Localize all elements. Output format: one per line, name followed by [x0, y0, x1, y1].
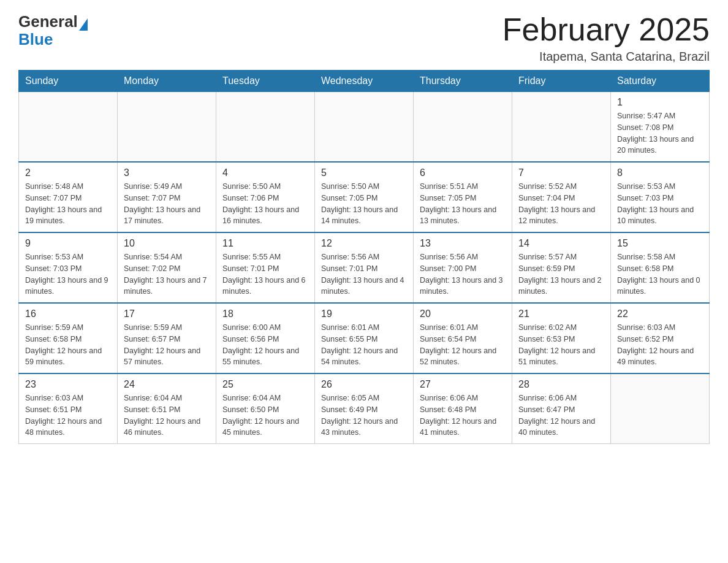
day-info: Sunrise: 5:53 AM Sunset: 7:03 PM Dayligh…	[617, 181, 703, 227]
day-info: Sunrise: 6:01 AM Sunset: 6:55 PM Dayligh…	[321, 322, 407, 368]
day-info: Sunrise: 6:06 AM Sunset: 6:48 PM Dayligh…	[420, 393, 506, 439]
day-info: Sunrise: 5:56 AM Sunset: 7:00 PM Dayligh…	[420, 251, 506, 297]
calendar-week-row: 1Sunrise: 5:47 AM Sunset: 7:08 PM Daylig…	[19, 92, 710, 163]
page-header: General Blue February 2025 Itapema, Sant…	[18, 12, 710, 64]
location-text: Itapema, Santa Catarina, Brazil	[502, 50, 710, 64]
table-row	[118, 92, 216, 163]
day-info: Sunrise: 6:04 AM Sunset: 6:50 PM Dayligh…	[222, 393, 308, 439]
day-number: 18	[222, 308, 308, 320]
day-number: 26	[321, 379, 407, 390]
day-info: Sunrise: 6:03 AM Sunset: 6:52 PM Dayligh…	[617, 322, 703, 368]
day-info: Sunrise: 5:55 AM Sunset: 7:01 PM Dayligh…	[222, 251, 308, 297]
day-info: Sunrise: 5:59 AM Sunset: 6:57 PM Dayligh…	[124, 322, 210, 368]
day-number: 27	[420, 379, 506, 390]
day-number: 22	[617, 308, 703, 320]
header-tuesday: Tuesday	[216, 71, 315, 92]
logo-triangle-icon	[79, 18, 88, 31]
table-row: 1Sunrise: 5:47 AM Sunset: 7:08 PM Daylig…	[611, 92, 710, 163]
table-row: 19Sunrise: 6:01 AM Sunset: 6:55 PM Dayli…	[315, 303, 414, 373]
day-info: Sunrise: 5:50 AM Sunset: 7:06 PM Dayligh…	[222, 181, 308, 227]
day-number: 12	[321, 238, 407, 249]
table-row	[414, 92, 512, 163]
day-number: 7	[518, 167, 604, 178]
month-title: February 2025	[502, 12, 710, 47]
day-info: Sunrise: 5:57 AM Sunset: 6:59 PM Dayligh…	[518, 251, 604, 297]
day-info: Sunrise: 5:59 AM Sunset: 6:58 PM Dayligh…	[25, 322, 111, 368]
day-number: 28	[518, 379, 604, 390]
table-row	[19, 92, 118, 163]
table-row: 22Sunrise: 6:03 AM Sunset: 6:52 PM Dayli…	[611, 303, 710, 373]
table-row: 12Sunrise: 5:56 AM Sunset: 7:01 PM Dayli…	[315, 232, 414, 303]
day-number: 16	[25, 308, 111, 320]
day-number: 13	[420, 238, 506, 249]
table-row: 9Sunrise: 5:53 AM Sunset: 7:03 PM Daylig…	[19, 232, 118, 303]
table-row: 28Sunrise: 6:06 AM Sunset: 6:47 PM Dayli…	[512, 373, 611, 444]
table-row: 25Sunrise: 6:04 AM Sunset: 6:50 PM Dayli…	[216, 373, 315, 444]
calendar-week-row: 9Sunrise: 5:53 AM Sunset: 7:03 PM Daylig…	[19, 232, 710, 303]
table-row: 11Sunrise: 5:55 AM Sunset: 7:01 PM Dayli…	[216, 232, 315, 303]
day-info: Sunrise: 5:53 AM Sunset: 7:03 PM Dayligh…	[25, 251, 111, 297]
calendar-week-row: 16Sunrise: 5:59 AM Sunset: 6:58 PM Dayli…	[19, 303, 710, 373]
table-row: 14Sunrise: 5:57 AM Sunset: 6:59 PM Dayli…	[512, 232, 611, 303]
calendar-table: Sunday Monday Tuesday Wednesday Thursday…	[18, 70, 710, 444]
weekday-header-row: Sunday Monday Tuesday Wednesday Thursday…	[19, 71, 710, 92]
logo-blue-text: Blue	[18, 30, 88, 49]
day-info: Sunrise: 6:00 AM Sunset: 6:56 PM Dayligh…	[222, 322, 308, 368]
day-info: Sunrise: 6:03 AM Sunset: 6:51 PM Dayligh…	[25, 393, 111, 439]
table-row: 17Sunrise: 5:59 AM Sunset: 6:57 PM Dayli…	[118, 303, 216, 373]
table-row: 27Sunrise: 6:06 AM Sunset: 6:48 PM Dayli…	[414, 373, 512, 444]
day-number: 10	[124, 238, 210, 249]
day-info: Sunrise: 6:01 AM Sunset: 6:54 PM Dayligh…	[420, 322, 506, 368]
title-section: February 2025 Itapema, Santa Catarina, B…	[502, 12, 710, 64]
table-row: 6Sunrise: 5:51 AM Sunset: 7:05 PM Daylig…	[414, 162, 512, 232]
day-number: 23	[25, 379, 111, 390]
logo-general-text: General	[18, 12, 78, 31]
day-number: 8	[617, 167, 703, 178]
header-wednesday: Wednesday	[315, 71, 414, 92]
table-row: 3Sunrise: 5:49 AM Sunset: 7:07 PM Daylig…	[118, 162, 216, 232]
day-number: 5	[321, 167, 407, 178]
day-number: 9	[25, 238, 111, 249]
day-number: 17	[124, 308, 210, 320]
day-info: Sunrise: 5:58 AM Sunset: 6:58 PM Dayligh…	[617, 251, 703, 297]
table-row: 2Sunrise: 5:48 AM Sunset: 7:07 PM Daylig…	[19, 162, 118, 232]
table-row: 7Sunrise: 5:52 AM Sunset: 7:04 PM Daylig…	[512, 162, 611, 232]
calendar-week-row: 23Sunrise: 6:03 AM Sunset: 6:51 PM Dayli…	[19, 373, 710, 444]
day-number: 1	[617, 97, 703, 108]
day-number: 20	[420, 308, 506, 320]
day-info: Sunrise: 6:06 AM Sunset: 6:47 PM Dayligh…	[518, 393, 604, 439]
day-info: Sunrise: 5:52 AM Sunset: 7:04 PM Dayligh…	[518, 181, 604, 227]
table-row: 4Sunrise: 5:50 AM Sunset: 7:06 PM Daylig…	[216, 162, 315, 232]
day-number: 2	[25, 167, 111, 178]
table-row: 5Sunrise: 5:50 AM Sunset: 7:05 PM Daylig…	[315, 162, 414, 232]
table-row: 10Sunrise: 5:54 AM Sunset: 7:02 PM Dayli…	[118, 232, 216, 303]
day-info: Sunrise: 5:47 AM Sunset: 7:08 PM Dayligh…	[617, 110, 703, 156]
table-row: 18Sunrise: 6:00 AM Sunset: 6:56 PM Dayli…	[216, 303, 315, 373]
table-row: 13Sunrise: 5:56 AM Sunset: 7:00 PM Dayli…	[414, 232, 512, 303]
day-info: Sunrise: 5:50 AM Sunset: 7:05 PM Dayligh…	[321, 181, 407, 227]
day-info: Sunrise: 5:51 AM Sunset: 7:05 PM Dayligh…	[420, 181, 506, 227]
table-row: 15Sunrise: 5:58 AM Sunset: 6:58 PM Dayli…	[611, 232, 710, 303]
table-row: 20Sunrise: 6:01 AM Sunset: 6:54 PM Dayli…	[414, 303, 512, 373]
table-row	[315, 92, 414, 163]
day-info: Sunrise: 5:56 AM Sunset: 7:01 PM Dayligh…	[321, 251, 407, 297]
day-info: Sunrise: 6:04 AM Sunset: 6:51 PM Dayligh…	[124, 393, 210, 439]
table-row: 21Sunrise: 6:02 AM Sunset: 6:53 PM Dayli…	[512, 303, 611, 373]
header-saturday: Saturday	[611, 71, 710, 92]
day-number: 3	[124, 167, 210, 178]
table-row: 23Sunrise: 6:03 AM Sunset: 6:51 PM Dayli…	[19, 373, 118, 444]
day-number: 19	[321, 308, 407, 320]
day-number: 25	[222, 379, 308, 390]
day-number: 6	[420, 167, 506, 178]
calendar-week-row: 2Sunrise: 5:48 AM Sunset: 7:07 PM Daylig…	[19, 162, 710, 232]
day-number: 21	[518, 308, 604, 320]
day-number: 4	[222, 167, 308, 178]
header-sunday: Sunday	[19, 71, 118, 92]
day-info: Sunrise: 5:49 AM Sunset: 7:07 PM Dayligh…	[124, 181, 210, 227]
table-row	[611, 373, 710, 444]
table-row	[512, 92, 611, 163]
day-number: 14	[518, 238, 604, 249]
table-row: 8Sunrise: 5:53 AM Sunset: 7:03 PM Daylig…	[611, 162, 710, 232]
table-row: 16Sunrise: 5:59 AM Sunset: 6:58 PM Dayli…	[19, 303, 118, 373]
table-row: 26Sunrise: 6:05 AM Sunset: 6:49 PM Dayli…	[315, 373, 414, 444]
